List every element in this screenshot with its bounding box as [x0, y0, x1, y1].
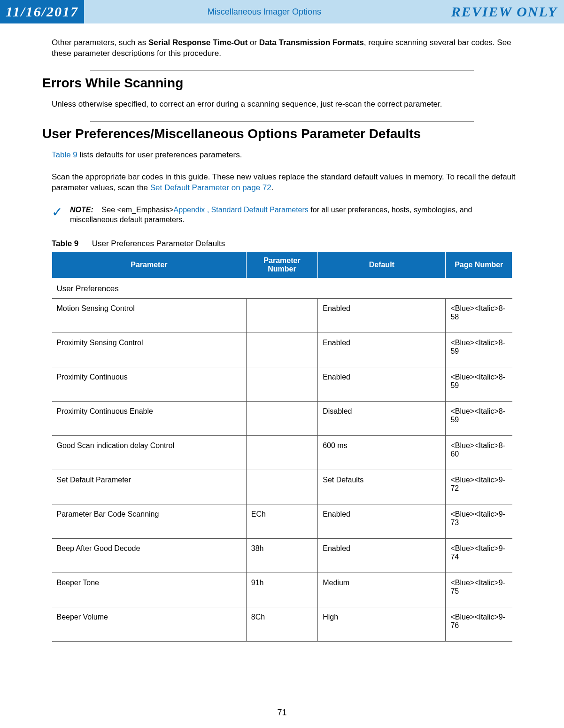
table-row: Set Default ParameterSet Defaults<Blue><…: [52, 470, 512, 504]
table-body: User Preferences Motion Sensing ControlE…: [52, 278, 512, 641]
table-cell-page: <Blue><Italic>9-76: [446, 607, 512, 641]
errors-text: Unless otherwise specified, to correct a…: [42, 99, 522, 110]
th-parameter: Parameter: [52, 251, 247, 278]
header-review-label: REVIEW ONLY: [445, 0, 564, 23]
note-block: ✓ NOTE: See <em_Emphasis>Appendix , Stan…: [42, 205, 522, 225]
table-cell-default: High: [318, 607, 446, 641]
table-cell-page: <Blue><Italic>9-72: [446, 470, 512, 504]
table-row: Proximity ContinuousEnabled<Blue><Italic…: [52, 367, 512, 401]
prefs-p1-rest: lists defaults for user preferences para…: [77, 150, 242, 159]
header-date: 11/16/2017: [0, 0, 84, 23]
note-label: NOTE:: [70, 206, 93, 214]
table-cell-page: <Blue><Italic>8-59: [446, 367, 512, 401]
table-cell-page: <Blue><Italic>9-74: [446, 538, 512, 573]
appendix-link[interactable]: Appendix , Standard Default Parameters: [174, 206, 309, 214]
table-header-row: Parameter Parameter Number Default Page …: [52, 251, 512, 278]
note-text: NOTE: See <em_Emphasis>Appendix , Standa…: [70, 205, 522, 225]
table-cell-default: Set Defaults: [318, 470, 446, 504]
table-cell-param: Proximity Continuous: [52, 367, 247, 401]
table-cell-default: Disabled: [318, 401, 446, 435]
heading-errors: Errors While Scanning: [42, 76, 522, 91]
intro-prefix: Other parameters, such as: [52, 38, 148, 47]
table-row: Beeper Volume8ChHigh<Blue><Italic>9-76: [52, 607, 512, 641]
table-cell-param: Beep After Good Decode: [52, 538, 247, 573]
table-cell-param: Proximity Continuous Enable: [52, 401, 247, 435]
table-cell-pnum: [246, 333, 317, 367]
divider: [90, 70, 474, 71]
prefs-p2: Scan the appropriate bar codes in this g…: [42, 172, 522, 194]
table-cell-param: Parameter Bar Code Scanning: [52, 504, 247, 538]
divider: [90, 121, 474, 122]
table-cell-pnum: ECh: [246, 504, 317, 538]
th-param-number: Parameter Number: [246, 251, 317, 278]
table-cell-pnum: 8Ch: [246, 607, 317, 641]
intro-mid: or: [247, 38, 259, 47]
table-cell-param: Beeper Tone: [52, 573, 247, 607]
intro-bold2: Data Transmission Formats: [259, 38, 364, 47]
note-pre: See <em_Emphasis>: [102, 206, 174, 214]
table-cell-pnum: [246, 298, 317, 333]
table-cell-default: Enabled: [318, 538, 446, 573]
th-default: Default: [318, 251, 446, 278]
table-cell-default: Enabled: [318, 367, 446, 401]
table-cell-default: Enabled: [318, 333, 446, 367]
table-cell-pnum: 38h: [246, 538, 317, 573]
th-page-number: Page Number: [446, 251, 512, 278]
header-bar: 11/16/2017 Miscellaneous Imager Options …: [0, 0, 564, 23]
table-cell-pnum: [246, 470, 317, 504]
table-cell-page: <Blue><Italic>8-58: [446, 298, 512, 333]
table-cell-pnum: [246, 401, 317, 435]
prefs-p1: Table 9 lists defaults for user preferen…: [42, 150, 522, 161]
table-cell-page: <Blue><Italic>9-73: [446, 504, 512, 538]
table-cell-param: Motion Sensing Control: [52, 298, 247, 333]
table-cell-page: <Blue><Italic>8-59: [446, 401, 512, 435]
table-section-row: User Preferences: [52, 278, 512, 298]
table-row: Proximity Continuous EnableDisabled<Blue…: [52, 401, 512, 435]
table-row: Good Scan indication delay Control600 ms…: [52, 435, 512, 470]
table-cell-param: Proximity Sensing Control: [52, 333, 247, 367]
table-section-label: User Preferences: [52, 278, 512, 298]
intro-bold1: Serial Response Time-Out: [148, 38, 247, 47]
table-cell-param: Beeper Volume: [52, 607, 247, 641]
table-cell-pnum: 91h: [246, 573, 317, 607]
table-cell-page: <Blue><Italic>8-59: [446, 333, 512, 367]
table-cell-param: Good Scan indication delay Control: [52, 435, 247, 470]
prefs-p2-pre: Scan the appropriate bar codes in this g…: [52, 172, 516, 192]
header-title: Miscellaneous Imager Options: [84, 0, 445, 23]
table-row: Beep After Good Decode38hEnabled<Blue><I…: [52, 538, 512, 573]
param-table: Parameter Parameter Number Default Page …: [52, 251, 512, 642]
checkmark-icon: ✓: [52, 205, 62, 219]
intro-paragraph: Other parameters, such as Serial Respons…: [42, 38, 522, 59]
table-cell-pnum: [246, 435, 317, 470]
table9-link[interactable]: Table 9: [52, 150, 77, 159]
table-cell-page: <Blue><Italic>8-60: [446, 435, 512, 470]
heading-prefs: User Preferences/Miscellaneous Options P…: [42, 126, 522, 141]
table-cell-param: Set Default Parameter: [52, 470, 247, 504]
table-row: Beeper Tone91hMedium<Blue><Italic>9-75: [52, 573, 512, 607]
table-cell-pnum: [246, 367, 317, 401]
table-cell-page: <Blue><Italic>9-75: [446, 573, 512, 607]
set-default-link[interactable]: Set Default Parameter on page 72: [150, 183, 271, 192]
table-row: Motion Sensing ControlEnabled<Blue><Ital…: [52, 298, 512, 333]
table-caption-label: Table 9: [52, 239, 78, 248]
table-row: Proximity Sensing ControlEnabled<Blue><I…: [52, 333, 512, 367]
page-content: Other parameters, such as Serial Respons…: [0, 23, 564, 642]
table-cell-default: 600 ms: [318, 435, 446, 470]
table-caption: Table 9 User Preferences Parameter Defau…: [52, 239, 522, 248]
table-cell-default: Enabled: [318, 298, 446, 333]
table-cell-default: Enabled: [318, 504, 446, 538]
page-number: 71: [0, 708, 564, 718]
table-caption-text: User Preferences Parameter Defaults: [92, 239, 225, 248]
table-row: Parameter Bar Code ScanningEChEnabled<Bl…: [52, 504, 512, 538]
table-cell-default: Medium: [318, 573, 446, 607]
prefs-p2-post: .: [271, 183, 274, 192]
